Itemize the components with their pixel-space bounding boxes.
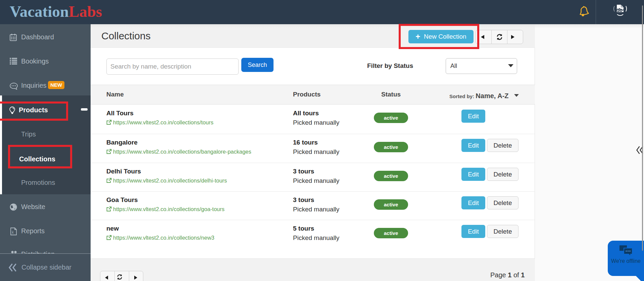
svg-text:x̄: x̄ <box>12 230 14 234</box>
